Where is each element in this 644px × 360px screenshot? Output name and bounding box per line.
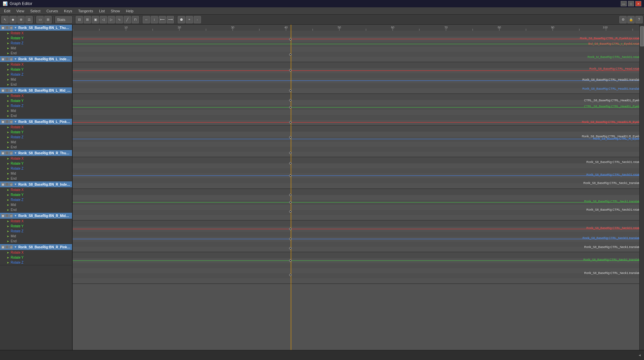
svg-rect-114 (289, 152, 291, 154)
svg-rect-83 (73, 205, 644, 210)
track-group-pinky-l: ▣ □ ◎ ▼ Rorik_S8_BaseRig:BN_L_Pinky_A01 … (0, 119, 72, 150)
svg-rect-111 (289, 106, 291, 108)
track-mute-3[interactable]: ◎ (9, 89, 13, 92)
toolbar-btn-settings[interactable]: ⚙ (619, 16, 627, 23)
menu-view[interactable]: View (14, 8, 27, 14)
main-area: ▣ □ ◎ ▼ Rorik_S8_BaseRig:BN_L_Thumb_A01 … (0, 25, 644, 350)
track-col-5[interactable]: □ (5, 151, 9, 155)
track-vis-7[interactable]: ▣ (1, 214, 5, 217)
menu-show[interactable]: Show (108, 8, 123, 14)
track-vis-8[interactable]: ▣ (1, 245, 5, 249)
track-mute-2[interactable]: ◎ (9, 57, 13, 61)
toolbar-btn-17[interactable]: ⟵ (159, 16, 166, 23)
statusbar: ◄ (0, 350, 644, 360)
menu-select[interactable]: Select (28, 8, 43, 14)
toolbar-btn-18[interactable]: ⟶ (167, 16, 174, 23)
toolbar-btn-13[interactable]: ╱ (124, 16, 131, 23)
track-header-mid-l[interactable]: ▣ □ ◎ ▼ Rorik_S8_BaseRig:BN_L_Mid_A01 (0, 87, 72, 93)
svg-text:Rorik_S8_BaseRig:CTRL_Neck1.tr: Rorik_S8_BaseRig:CTRL_Neck1.translateX (584, 200, 643, 203)
toolbar-btn-21[interactable]: - (194, 16, 201, 23)
svg-text:100: 100 (603, 26, 608, 29)
scroll-indicator: ◄ (638, 353, 641, 357)
track-vis-5[interactable]: ▣ (1, 151, 5, 155)
toolbar-btn-19[interactable]: ⬟ (178, 16, 185, 23)
track-vis-2[interactable]: ▣ (1, 57, 5, 61)
track-mute-7[interactable]: ◎ (9, 214, 13, 217)
track-header-pinky-r[interactable]: ▣ □ ◎ ▼ Rorik_S8_BaseRig:BN_R_Pinky_A01 (0, 244, 72, 250)
svg-text:Rorik_S8_BaseRig:CTRL_Neck1_tr: Rorik_S8_BaseRig:CTRL_Neck1_translateX (583, 258, 643, 261)
minimize-button[interactable]: — (621, 1, 627, 6)
sub-label-rx: Rotate X (11, 31, 24, 35)
track-sub-rz: ➤ Rotate Z (0, 41, 72, 46)
track-header-pinky-l[interactable]: ▣ □ ◎ ▼ Rorik_S8_BaseRig:BN_L_Pinky_A01 (0, 119, 72, 125)
track-col-6[interactable]: □ (5, 183, 9, 186)
track-mute-8[interactable]: ◎ (9, 245, 13, 249)
svg-rect-110 (289, 99, 291, 101)
toolbar-btn-5[interactable]: ▭ (36, 16, 44, 23)
svg-rect-79 (73, 189, 644, 195)
svg-text:Rorik_S8_BaseRig:CTRL_Neck01.r: Rorik_S8_BaseRig:CTRL_Neck01.rotateX (586, 226, 643, 230)
track-vis-6[interactable]: ▣ (1, 183, 5, 186)
toolbar-btn-lock[interactable]: 🔒 (627, 16, 635, 23)
track-col-7[interactable]: □ (5, 214, 9, 217)
track-header-mid-r[interactable]: ▣ □ ◎ ▼ Rorik_S8_BaseRig:BN_R_Mid_A01 (0, 213, 72, 219)
svg-text:80: 80 (498, 26, 501, 29)
track-header-index-r[interactable]: ▣ □ ◎ ▼ Rorik_S8_BaseRig:BN_R_Index_A01 (0, 181, 72, 187)
svg-rect-56 (73, 105, 644, 110)
menu-keys[interactable]: Keys (61, 8, 75, 14)
toolbar-btn-12[interactable]: ∿ (116, 16, 123, 23)
svg-rect-43 (73, 57, 644, 62)
track-vis-3[interactable]: ▣ (1, 89, 5, 92)
track-col-2[interactable]: □ (5, 57, 9, 61)
track-header-thumb-r[interactable]: ▣ □ ◎ ▼ Rorik_S8_BaseRig:BN_R_Thumb_A01 (0, 150, 72, 156)
toolbar-btn-3[interactable]: ⊕ (17, 16, 25, 23)
toolbar-btn-6[interactable]: ⊞ (44, 16, 52, 23)
svg-text:Rorik_S8_BaseRig:CTRL_R_Eyelid: Rorik_S8_BaseRig:CTRL_R_EyelidX (593, 137, 643, 140)
track-collapse-icon[interactable]: □ (5, 26, 9, 29)
toolbar-btn-14[interactable]: ⊓ (132, 16, 139, 23)
maximize-button[interactable]: □ (628, 1, 634, 6)
track-mute-icon[interactable]: ◎ (9, 26, 13, 29)
toolbar-btn-20[interactable]: + (186, 16, 193, 23)
titlebar-controls: — □ ✕ (621, 1, 641, 6)
toolbar-btn-4[interactable]: ⚖ (25, 16, 33, 23)
svg-text:Rorik_S8_BaseRig:CTRL_Neck1.tr: Rorik_S8_BaseRig:CTRL_Neck1.translateX (584, 245, 643, 249)
menu-curves[interactable]: Curves (44, 8, 61, 14)
toolbar-btn-8[interactable]: ⊞ (84, 16, 91, 23)
track-col-8[interactable]: □ (5, 245, 9, 249)
graph-scrollbar-thumb[interactable] (640, 26, 644, 46)
track-header-index-l[interactable]: ▣ □ ◎ ▼ Rorik_S8_BaseRig:BN_L_Index_A01 (0, 56, 72, 62)
track-mute-5[interactable]: ◎ (9, 151, 13, 155)
track-vis-4[interactable]: ▣ (1, 120, 5, 123)
toolbar-btn-9[interactable]: ▣ (92, 16, 99, 23)
toolbar-btn-16[interactable]: ↕ (151, 16, 158, 23)
toolbar-btn-2[interactable]: ◆ (9, 16, 17, 23)
menu-tangents[interactable]: Tangents (76, 8, 96, 14)
track-header-thumb-l[interactable]: ▣ □ ◎ ▼ Rorik_S8_BaseRig:BN_L_Thumb_A01 (0, 25, 72, 31)
toolbar-btn-help2[interactable]: ? (635, 16, 643, 23)
svg-text:Rorik_S8_BaseRig:CTRL_Neck01.t: Rorik_S8_BaseRig:CTRL_Neck01.translateX (582, 236, 643, 240)
graph-scrollbar-v[interactable] (639, 25, 644, 350)
svg-text:CTRL_S8_BaseRig:CTRL_Head01_Ey: CTRL_S8_BaseRig:CTRL_Head01_EyelidZ (584, 105, 643, 108)
graph-area[interactable]: 10 20 30 40 50 60 70 80 90 100 (73, 25, 644, 350)
toolbar-btn-11[interactable]: ▷ (108, 16, 115, 23)
close-button[interactable]: ✕ (635, 1, 641, 6)
toolbar-btn-10[interactable]: ◁ (100, 16, 107, 23)
track-visibility-icon[interactable]: ▣ (1, 26, 5, 29)
menu-help[interactable]: Help (123, 8, 136, 14)
svg-rect-96 (73, 252, 644, 258)
track-col-4[interactable]: □ (5, 120, 9, 123)
stats-input[interactable] (55, 16, 72, 23)
track-mute-4[interactable]: ◎ (9, 120, 13, 123)
track-col-3[interactable]: □ (5, 89, 9, 92)
toolbar-btn-1[interactable]: ↖ (1, 16, 9, 23)
menu-list[interactable]: List (96, 8, 107, 14)
toolbar-btn-7[interactable]: ⊟ (76, 16, 83, 23)
svg-rect-68 (73, 147, 644, 152)
svg-rect-46 (73, 68, 644, 73)
svg-rect-95 (73, 252, 644, 252)
svg-rect-76 (73, 178, 644, 183)
track-mute-6[interactable]: ◎ (9, 183, 13, 186)
menu-edit[interactable]: Edit (1, 8, 13, 14)
toolbar-btn-15[interactable]: ↔ (143, 16, 150, 23)
